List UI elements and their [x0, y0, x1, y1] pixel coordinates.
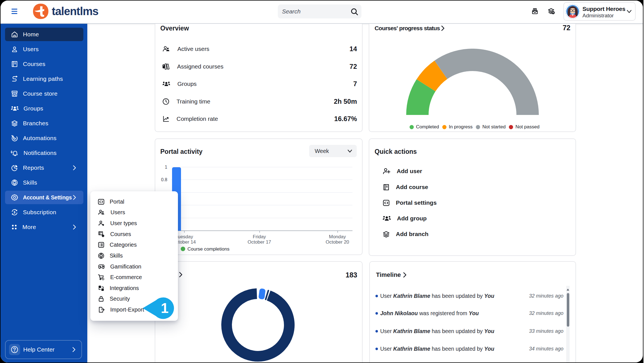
svg-text:1: 1: [161, 300, 169, 316]
svg-text:$: $: [14, 211, 15, 214]
